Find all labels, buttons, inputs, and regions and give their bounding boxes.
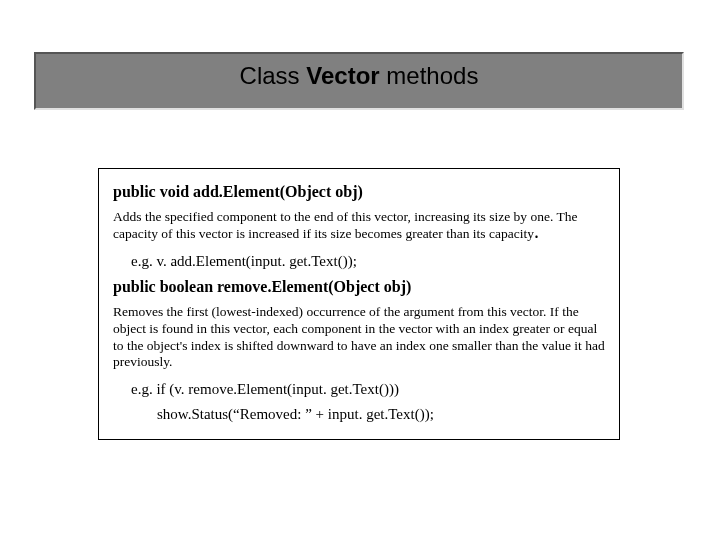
method1-description: Adds the specified component to the end … [113, 209, 605, 243]
method2-description: Removes the first (lowest-indexed) occur… [113, 304, 605, 372]
method1-description-text: Adds the specified component to the end … [113, 209, 577, 241]
slide-title: Class Vector methods [34, 62, 684, 90]
method2-signature: public boolean remove.Element(Object obj… [113, 278, 605, 296]
method1-example-code: v. add.Element(input. get.Text()); [156, 253, 356, 269]
method2-example-code: if (v. remove.Element(input. get.Text())… [156, 381, 398, 397]
title-prefix: Class [240, 62, 307, 89]
method1-example-label: e.g. [131, 253, 156, 269]
method2-example-label: e.g. [131, 381, 156, 397]
slide: Class Vector methods public void add.Ele… [0, 0, 720, 540]
method1-example: e.g. v. add.Element(input. get.Text()); [131, 253, 605, 270]
method2-example: e.g. if (v. remove.Element(input. get.Te… [131, 381, 605, 398]
title-suffix: methods [380, 62, 479, 89]
method1-finaldot: . [534, 220, 539, 242]
method1-signature: public void add.Element(Object obj) [113, 183, 605, 201]
content-box: public void add.Element(Object obj) Adds… [98, 168, 620, 440]
method2-example-line2: show.Status(“Removed: ” + input. get.Tex… [157, 406, 605, 423]
title-bold: Vector [306, 62, 379, 89]
